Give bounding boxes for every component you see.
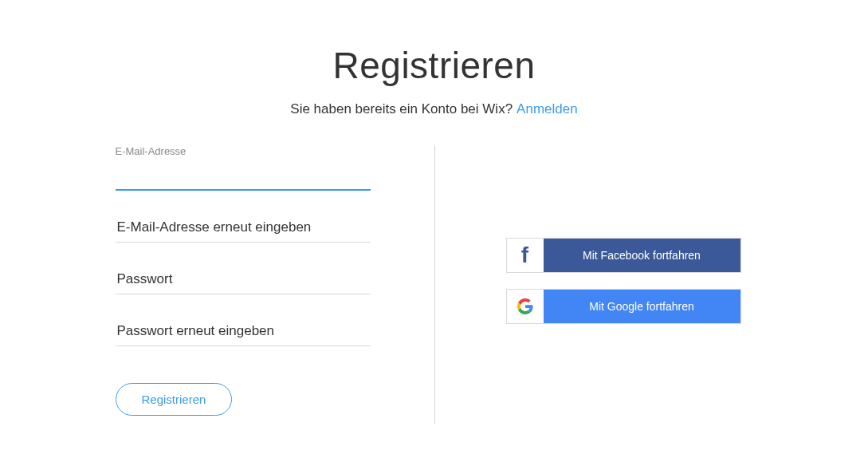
facebook-icon: f (507, 239, 544, 272)
email-confirm-input[interactable] (116, 213, 371, 243)
google-icon (507, 290, 544, 323)
email-input[interactable] (116, 160, 371, 191)
google-signin-button[interactable]: Mit Google fortfahren (506, 289, 741, 324)
facebook-button-label: Mit Facebook fortfahren (544, 249, 740, 262)
password-input[interactable] (116, 265, 371, 294)
subtitle-text: Sie haben bereits ein Konto bei Wix? (290, 101, 513, 117)
register-button[interactable]: Registrieren (116, 383, 233, 416)
facebook-signin-button[interactable]: f Mit Facebook fortfahren (506, 238, 741, 273)
email-label: E-Mail-Adresse (116, 145, 371, 157)
form-column: E-Mail-Adresse Registrieren (116, 145, 418, 416)
password-confirm-input[interactable] (116, 317, 371, 346)
page-title: Registrieren (333, 44, 536, 87)
google-button-label: Mit Google fortfahren (544, 300, 740, 313)
subtitle-row: Sie haben bereits ein Konto bei Wix? Anm… (290, 101, 577, 117)
login-link[interactable]: Anmelden (516, 101, 578, 117)
social-column: f Mit Facebook fortfahren Mit G (418, 145, 753, 416)
column-divider (434, 145, 435, 424)
